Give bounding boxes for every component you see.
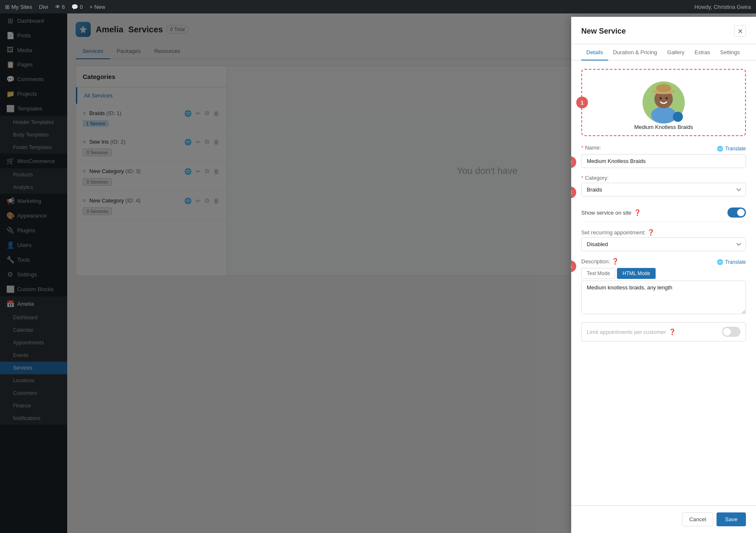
recurring-label: Set recurring appointment: ❓ <box>581 229 746 236</box>
limit-label: Limit appointments per customer ❓ <box>587 328 676 335</box>
text-mode-button[interactable]: Text Mode <box>581 268 615 279</box>
name-label: * Name: <box>581 144 601 151</box>
show-service-toggle-row: Show service on site ❓ <box>581 203 746 222</box>
show-service-toggle[interactable] <box>727 207 746 218</box>
html-mode-button[interactable]: HTML Mode <box>617 268 656 279</box>
modal-footer: Cancel Save <box>571 505 756 533</box>
modal-tabs: Details Duration & Pricing Gallery Extra… <box>571 44 756 60</box>
modal-tab-settings[interactable]: Settings <box>715 44 745 60</box>
admin-bar: ⊞ My Sites Divi 👁 6 💬 0 + New Howdy, Chr… <box>0 0 756 13</box>
description-help-icon[interactable]: ❓ <box>612 258 619 265</box>
svg-point-6 <box>660 97 662 100</box>
image-upload-area[interactable]: Medium Knotless Braids <box>581 69 746 136</box>
modal-header: New Service ✕ <box>571 17 756 44</box>
recurring-help-icon[interactable]: ❓ <box>647 229 654 236</box>
image-edit-badge[interactable] <box>673 112 683 122</box>
admin-bar-eye[interactable]: 👁 6 <box>55 4 65 10</box>
cancel-button[interactable]: Cancel <box>682 512 713 526</box>
modal-tab-details[interactable]: Details <box>581 44 608 60</box>
admin-bar-comments[interactable]: 💬 0 <box>71 4 83 10</box>
svg-point-7 <box>666 97 668 100</box>
admin-bar-mysites[interactable]: ⊞ My Sites <box>5 4 32 10</box>
svg-point-9 <box>677 116 679 118</box>
wp-icon: ⊞ <box>5 4 10 10</box>
svg-point-2 <box>651 107 676 123</box>
admin-bar-user: Howdy, Christina Gwira <box>694 4 751 10</box>
admin-bar-divi[interactable]: Divi <box>39 4 48 10</box>
limit-appointments-toggle[interactable] <box>722 327 740 337</box>
recurring-select[interactable]: Disabled Daily Weekly <box>581 237 746 251</box>
svg-point-5 <box>656 84 671 92</box>
description-mode-buttons: Text Mode HTML Mode <box>581 268 746 279</box>
category-field-group: 3 * Category: Braids Sew Ins New Categor… <box>581 175 746 197</box>
show-service-help-icon[interactable]: ❓ <box>634 209 641 216</box>
limit-appointments-row: Limit appointments per customer ❓ <box>581 322 746 341</box>
description-textarea[interactable]: Medium knotless braids, any length <box>581 281 746 314</box>
admin-bar-new[interactable]: + New <box>89 4 105 10</box>
modal-title: New Service <box>581 27 626 36</box>
step-3-badge: 3 <box>571 186 576 198</box>
recurring-field-group: Set recurring appointment: ❓ Disabled Da… <box>581 229 746 251</box>
step-4-badge: 4 <box>571 260 576 272</box>
modal-tab-extras[interactable]: Extras <box>690 44 715 60</box>
step-1-badge: 1 <box>576 97 588 108</box>
modal-tab-gallery[interactable]: Gallery <box>662 44 690 60</box>
limit-help-icon[interactable]: ❓ <box>669 328 676 335</box>
name-translate-link[interactable]: 🌐 Translate <box>717 146 746 152</box>
description-field-group: 4 Description: ❓ 🌐 Translate Text Mode H… <box>581 258 746 315</box>
description-label: Description: ❓ <box>581 258 619 265</box>
service-name-input[interactable] <box>581 154 746 168</box>
save-button[interactable]: Save <box>717 512 746 526</box>
modal-tab-duration-pricing[interactable]: Duration & Pricing <box>608 44 662 60</box>
category-label: * Category: <box>581 175 746 181</box>
name-field-group: 2 * Name: 🌐 Translate <box>581 144 746 168</box>
new-service-modal: New Service ✕ Details Duration & Pricing… <box>571 17 756 533</box>
show-service-label: Show service on site ❓ <box>581 209 641 216</box>
modal-body: 1 <box>571 60 756 505</box>
category-select[interactable]: Braids Sew Ins New Category <box>581 183 746 197</box>
image-service-name: Medium Knotless Braids <box>582 124 745 130</box>
description-translate-link[interactable]: 🌐 Translate <box>717 259 746 265</box>
step-2-badge: 2 <box>571 156 576 168</box>
modal-close-button[interactable]: ✕ <box>734 25 746 37</box>
service-image-container <box>643 81 685 123</box>
